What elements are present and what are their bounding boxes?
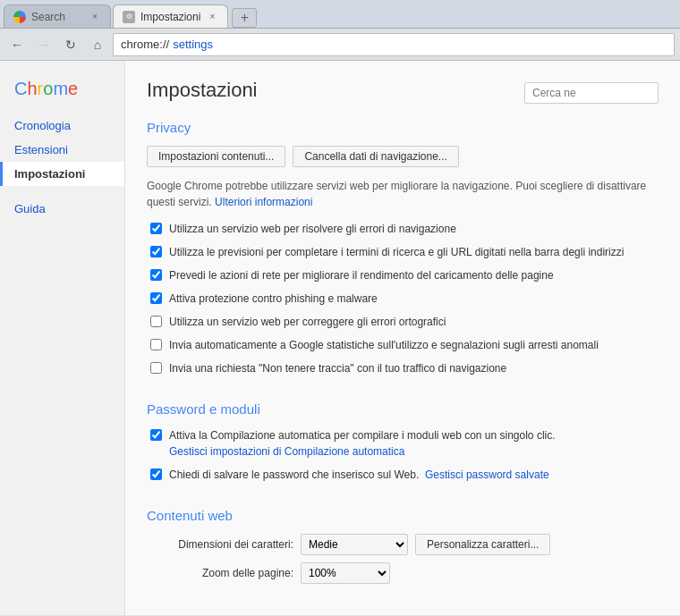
settings-favicon: ⚙ — [123, 11, 135, 23]
privacy-description: Google Chrome potrebbe utilizzare serviz… — [147, 178, 659, 210]
checkbox-statistiche-label[interactable]: Invia automaticamente a Google statistic… — [169, 337, 599, 353]
checkbox-compilazione-automatica[interactable] — [150, 429, 162, 441]
sidebar-item-guida[interactable]: Guida — [0, 197, 124, 221]
privacy-checkbox-3: Prevedi le azioni di rete per migliorare… — [147, 267, 659, 283]
content-area: Impostazioni Privacy Impostazioni conten… — [125, 61, 680, 615]
cancella-dati-button[interactable]: Cancella dati di navigazione... — [293, 146, 458, 167]
impostazioni-tab-close[interactable]: × — [206, 11, 218, 23]
home-button[interactable]: ⌂ — [86, 33, 109, 56]
sidebar-item-cronologia[interactable]: Cronologia — [0, 114, 124, 138]
privacy-checkbox-7: Invia una richiesta "Non tenere traccia"… — [147, 360, 659, 376]
checkbox-errori-navigazione-label[interactable]: Utilizza un servizio web per risolvere g… — [169, 221, 456, 237]
impostazioni-contenuti-button[interactable]: Impostazioni contenuti... — [147, 146, 285, 167]
checkbox-phishing-label[interactable]: Attiva protezione contro phishing e malw… — [169, 291, 378, 307]
nav-bar: ← → ↻ ⌂ chrome://settings — [0, 29, 680, 61]
checkbox-ortografici-label[interactable]: Utilizza un servizio web per correggere … — [169, 314, 446, 330]
checkbox-previsioni-url-label[interactable]: Utilizza le previsioni per completare i … — [169, 244, 624, 260]
sidebar-item-impostazioni[interactable]: Impostazioni — [0, 162, 124, 186]
personalizza-caratteri-button[interactable]: Personalizza caratteri... — [415, 534, 550, 555]
search-tab-close[interactable]: × — [89, 11, 101, 23]
section-gap-2 — [147, 490, 659, 508]
checkbox-errori-navigazione[interactable] — [150, 223, 162, 234]
checkbox-previsioni-url[interactable] — [150, 246, 162, 257]
tab-bar: Search × ⚙ Impostazioni × + — [0, 0, 680, 29]
font-size-select[interactable]: Molto piccolo Piccolo Medie Grande Molto… — [301, 534, 408, 555]
privacy-section-title: Privacy — [147, 120, 659, 135]
gestisci-password-link[interactable]: Gestisci password salvate — [425, 468, 549, 481]
search-tab[interactable]: Search × — [4, 4, 111, 28]
password-moduli-section: Password e moduli Attiva la Compilazione… — [147, 401, 659, 483]
sidebar-item-estensioni[interactable]: Estensioni — [0, 138, 124, 162]
font-size-label: Dimensioni dei caratteri: — [150, 538, 293, 551]
checkbox-ortografici[interactable] — [150, 316, 162, 327]
reload-button[interactable]: ↻ — [59, 33, 82, 56]
zoom-row: Zoom delle pagine: 25% 33% 50% 67% 75% 8… — [147, 562, 659, 584]
privacy-checkbox-1: Utilizza un servizio web per risolvere g… — [147, 221, 659, 237]
address-prefix: chrome:// — [121, 38, 169, 51]
password-moduli-checkbox-2: Chiedi di salvare le password che inseri… — [147, 467, 659, 483]
back-button[interactable]: ← — [5, 33, 29, 56]
sidebar-brand: Chrome — [0, 79, 124, 114]
privacy-section: Privacy Impostazioni contenuti... Cancel… — [147, 120, 659, 376]
new-tab-button[interactable]: + — [232, 8, 257, 28]
privacy-checkbox-2: Utilizza le previsioni per completare i … — [147, 244, 659, 260]
checkbox-salva-password-label[interactable]: Chiedi di salvare le password che inseri… — [169, 467, 549, 483]
contenuti-web-section: Contenuti web Dimensioni dei caratteri: … — [147, 508, 659, 584]
font-size-row: Dimensioni dei caratteri: Molto piccolo … — [147, 534, 659, 555]
google-favicon — [13, 11, 26, 23]
privacy-buttons-row: Impostazioni contenuti... Cancella dati … — [147, 146, 659, 167]
checkbox-azioni-rete-label[interactable]: Prevedi le azioni di rete per migliorare… — [169, 267, 554, 283]
checkbox-azioni-rete[interactable] — [150, 269, 162, 281]
password-moduli-checkbox-1: Attiva la Compilazione automatica per co… — [147, 427, 659, 460]
contenuti-web-title: Contenuti web — [147, 508, 659, 523]
main-area: Chrome Cronologia Estensioni Impostazion… — [0, 61, 680, 615]
settings-search-input[interactable] — [524, 82, 659, 104]
checkbox-salva-password[interactable] — [150, 468, 162, 480]
checkbox-do-not-track-label[interactable]: Invia una richiesta "Non tenere traccia"… — [169, 360, 506, 376]
checkbox-do-not-track[interactable] — [150, 362, 162, 374]
section-gap-1 — [147, 384, 659, 401]
zoom-select[interactable]: 25% 33% 50% 67% 75% 80% 90% 100% 110% 12… — [301, 562, 390, 584]
checkbox-statistiche[interactable] — [150, 339, 162, 350]
sidebar-divider — [0, 186, 124, 197]
impostazioni-tab[interactable]: ⚙ Impostazioni × — [113, 4, 228, 28]
privacy-checkbox-5: Utilizza un servizio web per correggere … — [147, 314, 659, 330]
checkbox-phishing[interactable] — [150, 292, 162, 304]
page-title: Impostazioni — [147, 79, 258, 102]
address-bar[interactable]: chrome://settings — [113, 33, 675, 56]
ulteriori-informazioni-link[interactable]: Ulteriori informazioni — [215, 196, 312, 208]
forward-button[interactable]: → — [32, 33, 55, 56]
gestisci-compilazione-link[interactable]: Gestisci impostazioni di Compilazione au… — [169, 445, 404, 458]
privacy-checkbox-6: Invia automaticamente a Google statistic… — [147, 337, 659, 353]
zoom-label: Zoom delle pagine: — [150, 567, 293, 579]
password-moduli-title: Password e moduli — [147, 401, 659, 417]
sidebar: Chrome Cronologia Estensioni Impostazion… — [0, 61, 125, 615]
browser-frame: Search × ⚙ Impostazioni × + ← → ↻ ⌂ chro… — [0, 0, 680, 616]
checkbox-compilazione-automatica-label[interactable]: Attiva la Compilazione automatica per co… — [169, 427, 556, 460]
privacy-checkbox-4: Attiva protezione contro phishing e malw… — [147, 291, 659, 307]
address-highlight: settings — [173, 38, 213, 51]
search-tab-title: Search — [31, 11, 83, 23]
impostazioni-tab-title: Impostazioni — [140, 11, 200, 23]
